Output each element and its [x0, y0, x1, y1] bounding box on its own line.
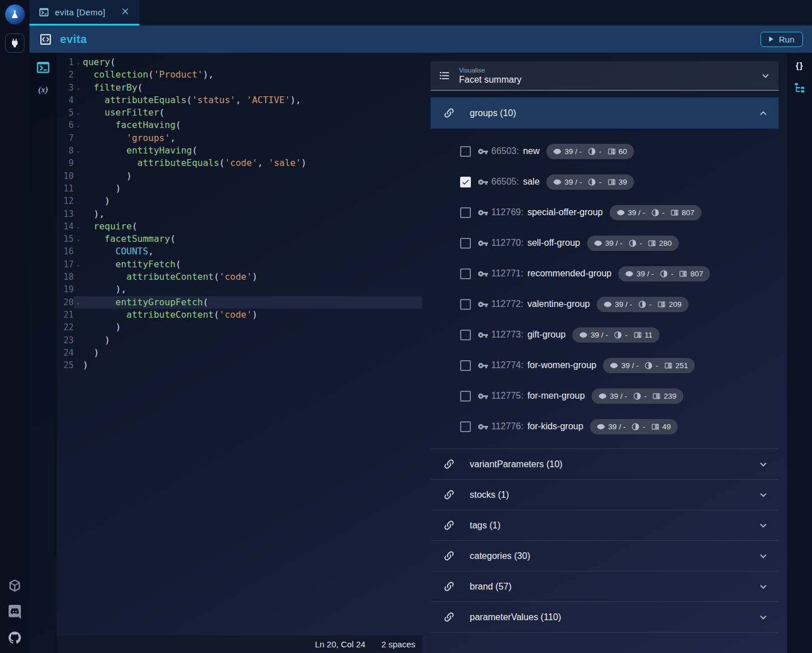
section-row[interactable]: stocks (1) — [431, 480, 779, 510]
facet-checkbox[interactable] — [460, 421, 471, 432]
line-number: 3 — [57, 82, 74, 94]
facet-row[interactable]: 112773: gift-group 39 / - - 11 — [431, 319, 779, 350]
run-button[interactable]: Run — [760, 32, 803, 47]
code-line[interactable]: 10 ⌄ ) — [57, 170, 422, 182]
facet-impact: - — [671, 270, 674, 278]
code-line[interactable]: 16 ⌄ COUNTS, — [57, 245, 422, 258]
code-line[interactable]: 3 ⌄ filterBy( — [57, 82, 422, 94]
facet-results: 39 / - — [564, 178, 582, 186]
facet-checkbox[interactable] — [460, 146, 471, 157]
fold-chevron-icon[interactable]: ⌄ — [74, 56, 83, 69]
chevron-down-icon[interactable] — [757, 581, 770, 593]
indent-setting[interactable]: 2 spaces — [381, 639, 415, 649]
chevron-down-icon[interactable] — [757, 550, 770, 562]
chevron-down-icon[interactable] — [759, 70, 772, 82]
chevron-down-icon[interactable] — [757, 489, 770, 501]
key-icon — [478, 421, 488, 432]
chevron-up-icon[interactable] — [757, 107, 770, 119]
chevron-down-icon[interactable] — [757, 519, 770, 532]
chevron-down-icon[interactable] — [757, 611, 770, 624]
code-line[interactable]: 14 ⌄ require( — [57, 220, 422, 233]
facet-row[interactable]: 66503: new 39 / - - 60 — [431, 136, 779, 167]
facet-checkbox[interactable] — [460, 360, 471, 371]
code-line[interactable]: 15 ⌄ facetSummary( — [57, 233, 422, 245]
cursor-position[interactable]: Ln 20, Col 24 — [315, 639, 365, 649]
facet-row[interactable]: 112771: recommended-group 39 / - - 807 — [431, 258, 779, 289]
section-row[interactable]: parameterValues (110) — [431, 602, 779, 633]
connection-plug-button[interactable] — [5, 33, 24, 53]
facet-checkbox[interactable] — [460, 207, 471, 218]
facet-row[interactable]: 112775: for-men-group 39 / - - 239 — [431, 381, 779, 411]
code-line[interactable]: 5 ⌄ userFilter( — [57, 106, 422, 119]
facet-row[interactable]: 112772: valentine-group 39 / - - 209 — [431, 289, 779, 319]
fold-chevron-icon[interactable]: ⌄ — [74, 233, 83, 245]
facet-checkbox[interactable] — [460, 268, 471, 279]
code-line[interactable]: 21 ⌄ attributeContent('code') — [57, 309, 422, 321]
fold-chevron-icon[interactable]: ⌄ — [74, 119, 83, 131]
section-row[interactable]: brand (57) — [431, 571, 779, 602]
fold-chevron-icon[interactable]: ⌄ — [74, 258, 83, 271]
code-line[interactable]: 7 ⌄ 'groups', — [57, 132, 422, 144]
facet-row[interactable]: 112774: for-women-group 39 / - - 251 — [431, 350, 779, 381]
code-line[interactable]: 19 ⌄ ), — [57, 283, 422, 296]
variables-icon[interactable]: (x) — [39, 85, 48, 95]
facet-checkbox[interactable] — [460, 330, 471, 340]
code-line[interactable]: 22 ⌄ ) — [57, 321, 422, 334]
code-line[interactable]: 20 ⌄ entityGroupFetch( — [57, 296, 422, 309]
package-icon[interactable] — [7, 578, 22, 593]
fold-chevron-icon[interactable]: ⌄ — [74, 296, 83, 309]
console-icon — [39, 7, 49, 18]
facet-row[interactable]: 112776: for-kids-group 39 / - - 49 — [431, 411, 779, 442]
facet-row[interactable]: 66505: sale 39 / - - 39 — [431, 167, 779, 197]
facet-row[interactable]: 112769: special-offer-group 39 / - - 807 — [431, 197, 779, 228]
code-line[interactable]: 9 ⌄ attributeEquals('code', 'sale') — [57, 157, 422, 169]
facet-checkbox[interactable] — [460, 299, 471, 310]
section-row[interactable]: tags (1) — [431, 510, 779, 541]
query-console-icon[interactable] — [36, 60, 50, 75]
facet-impact: - — [625, 331, 628, 339]
code-line[interactable]: 8 ⌄ entityHaving( — [57, 144, 422, 157]
facet-checkbox[interactable] — [460, 391, 471, 402]
fold-chevron-icon[interactable]: ⌄ — [74, 220, 83, 233]
tab-close-icon[interactable] — [120, 6, 131, 18]
code-line[interactable]: 18 ⌄ attributeContent('code') — [57, 271, 422, 283]
discord-icon[interactable] — [7, 604, 22, 619]
file-tree-icon[interactable] — [793, 82, 806, 94]
code-line[interactable]: 2 ⌄ collection('Product'), — [57, 69, 422, 81]
fold-chevron-icon[interactable]: ⌄ — [74, 144, 83, 157]
code-line[interactable]: 12 ⌄ ) — [57, 195, 422, 207]
line-body: ⌄ ), — [74, 208, 422, 220]
chevron-down-icon[interactable] — [757, 458, 770, 471]
facet-row[interactable]: 112770: sell-off-group 39 / - - 280 — [431, 228, 779, 258]
code-line[interactable]: 6 ⌄ facetHaving( — [57, 119, 422, 131]
fold-chevron-icon[interactable]: ⌄ — [74, 106, 83, 119]
fold-chevron-icon[interactable]: ⌄ — [74, 82, 83, 94]
github-icon[interactable] — [7, 630, 22, 645]
evitadb-avatar[interactable] — [5, 5, 25, 24]
code-line[interactable]: 13 ⌄ ), — [57, 208, 422, 220]
braces-icon[interactable]: {} — [796, 61, 804, 70]
facet-checkbox[interactable] — [460, 238, 471, 249]
link-icon — [443, 489, 455, 501]
facet-impact-group: - — [644, 361, 658, 370]
facet-checkbox[interactable] — [460, 177, 471, 187]
code-line[interactable]: 24 ⌄ ) — [57, 347, 422, 359]
code-line[interactable]: 23 ⌄ ) — [57, 334, 422, 347]
section-row[interactable]: variantParameters (10) — [431, 449, 779, 480]
visualise-select[interactable]: Visualise Facet summary — [431, 61, 779, 91]
code-line[interactable]: 1 ⌄ query( — [57, 56, 422, 69]
line-body: ⌄ facetHaving( — [74, 119, 422, 131]
code-line[interactable]: 17 ⌄ entityFetch( — [57, 258, 422, 271]
code-lines[interactable]: 1 ⌄ query( 2 ⌄ collection('Product'), 3 … — [57, 53, 422, 635]
counter-icon — [670, 208, 679, 217]
code-line[interactable]: 11 ⌄ ) — [57, 182, 422, 195]
code-line[interactable]: 25 ⌄ ) — [57, 359, 422, 372]
code-text: require( — [83, 220, 137, 233]
section-row[interactable]: categories (30) — [431, 541, 779, 571]
eye-icon — [610, 361, 618, 370]
facet-id: 112774: — [491, 360, 524, 370]
section-groups-header[interactable]: groups (10) — [431, 97, 779, 129]
tab-evita-demo[interactable]: evita [Demo] — [29, 0, 139, 25]
code-line[interactable]: 4 ⌄ attributeEquals('status', 'ACTIVE'), — [57, 94, 422, 106]
editor-tool-column: (x) — [29, 53, 57, 653]
